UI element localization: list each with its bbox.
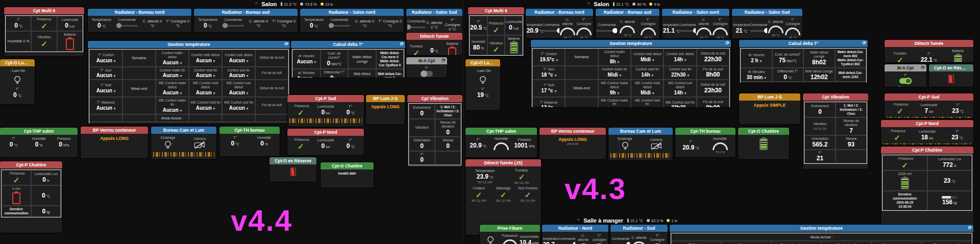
commande-slider[interactable] <box>597 28 617 34</box>
confort-matin-debut-dropdown[interactable]: Aucun▾ <box>163 60 182 65</box>
chevron-down-icon: ▾ <box>760 59 762 63</box>
gestion-temperature-body: T° ConfortAucun▾SemaineConfort matin deb… <box>89 49 289 124</box>
we-confort-matin-fin-dropdown[interactable]: Aucun▾ <box>163 107 182 113</box>
t-confort-dropdown[interactable]: 19.5°c▾ <box>540 57 558 62</box>
d-but-de-la-nuit-label: Début de la nuit <box>701 52 725 56</box>
cpt-o-en-reserve-header: Cpt-O en Réserve <box>270 157 316 164</box>
cpt-o-lumiere-bureau-header: Cpt-O Lumière bureau <box>0 59 35 66</box>
dt-heures-dropdown[interactable]: Aucun▾ <box>297 59 316 64</box>
collapse-caret-icon[interactable]: ^ <box>577 218 579 223</box>
we-confort-midi-debut-dropdown[interactable]: Aucun▾ <box>196 90 215 95</box>
matin-d-but-corrig-value: 8h02 <box>812 59 826 66</box>
t-absence-dropdown[interactable]: Aucun▾ <box>96 105 116 111</box>
door-open-icon <box>289 167 297 177</box>
battery-icon <box>901 178 909 189</box>
t-label: T° <box>425 66 429 70</box>
commande-slider[interactable] <box>407 24 425 30</box>
confort-midi-debut-dropdown[interactable]: Aucun▾ <box>196 58 215 63</box>
radiateur-bureau-nord-header: Radiateur - Bureau nord <box>526 9 593 16</box>
camera-off-icon[interactable] <box>651 142 662 150</box>
temp-rature-label: Température <box>733 23 750 27</box>
commande-slider[interactable] <box>116 22 138 29</box>
t-value: 20.5°C <box>470 25 487 31</box>
gauge-arc-icon <box>631 241 647 244</box>
confort-soir-debut-dropdown[interactable]: Aucun▾ <box>229 58 249 63</box>
cpt-o-chatiere-panel-left: Cpt-O ChatièreInvalid date <box>321 162 374 188</box>
chevron-down-icon: ▾ <box>687 74 689 77</box>
we-confort-soir-debut-dropdown[interactable]: Aucun▾ <box>229 90 249 95</box>
lightbulb-icon[interactable] <box>479 76 486 85</box>
panel-section: T° Confort19.5°c▾SemaineConfort matin de… <box>532 48 729 107</box>
t-nuit-dropdown[interactable]: 17 °c▾ <box>541 88 556 93</box>
t-nuit-dropdown[interactable]: Aucun▾ <box>96 88 116 93</box>
camera-off-icon[interactable] <box>194 141 205 149</box>
luminosit-lux-value: 0lx <box>42 177 49 183</box>
confort-soir-fin-dropdown[interactable]: 22h30▾ <box>671 72 689 78</box>
we-confort-matin-debut-dropdown[interactable]: Aucun▾ <box>163 90 182 95</box>
lightbulb-icon[interactable] <box>164 140 172 150</box>
t-toggle[interactable] <box>421 71 433 77</box>
commande-slider[interactable] <box>750 28 768 34</box>
refresh-icon[interactable]: ⟳ <box>442 58 446 63</box>
we-confort-midi-fin-dropdown[interactable]: 14h▾ <box>641 107 653 107</box>
we-confort-midi-fin-cell: WE Confort midi finAucun▾ <box>189 97 222 114</box>
commande-slider[interactable] <box>223 22 244 29</box>
confort-soir-debut-cell: Confort soir debutAucun▾ <box>222 50 255 67</box>
we-confort-matin-debut-dropdown[interactable]: 9h▾ <box>610 90 619 95</box>
t-confort-dropdown[interactable]: Aucun▾ <box>96 58 116 63</box>
refresh-icon[interactable]: ⟳ <box>921 65 925 70</box>
cpt-thp-salon-header: Cpt-THP salon <box>465 128 537 135</box>
lightbulb-icon[interactable] <box>622 141 629 151</box>
t-absence-dropdown[interactable]: 12 °c▾ <box>541 105 556 107</box>
pr-sence-cell: · Présence✓ <box>886 102 915 116</box>
cpt-o-lumiere-bureau-body: · Lum OnT°19°C <box>465 66 500 100</box>
dt-minutes-dropdown[interactable]: 30 min▾ <box>747 75 766 80</box>
we-confort-midi-fin-dropdown[interactable]: Aucun▾ <box>196 105 215 111</box>
label-cell <box>89 114 122 122</box>
humidit-label: Humidité <box>472 40 485 44</box>
confort-matin-fin-dropdown[interactable]: Aucun▾ <box>163 72 182 78</box>
refresh-icon[interactable]: ⟳ <box>725 40 729 45</box>
refresh-icon[interactable]: ⟳ <box>862 40 866 45</box>
luminosit-cell: Luminosité7lux <box>915 102 944 116</box>
dt-minutes-dropdown[interactable]: Aucun▾ <box>297 76 316 78</box>
cpt-thp-salon-panel-right: Cpt-THP salonT°20.9°CHumiditéPression100… <box>465 128 537 157</box>
refresh-icon[interactable]: ⟳ <box>284 41 288 46</box>
commande-slider[interactable] <box>611 241 630 244</box>
we-confort-midi-debut-dropdown[interactable]: Midi▾ <box>641 90 654 95</box>
t-value: 0°C <box>231 140 239 147</box>
temp-rature-cell: Température20.7°C <box>543 233 559 244</box>
collapse-caret-icon[interactable]: ^ <box>255 2 257 7</box>
confort-midi-fin-dropdown[interactable]: 14h▾ <box>641 72 653 78</box>
refresh-icon[interactable]: ⟳ <box>400 41 404 46</box>
label-cell <box>255 114 288 122</box>
cpt-p-chatiere-body: · Présence✓Luminosité Lux772lx3155 mV23°… <box>882 155 972 211</box>
t-jour-dropdown[interactable]: 18 °c▾ <box>541 72 556 78</box>
bulb-cell <box>467 74 499 86</box>
t-toggle[interactable] <box>899 78 912 84</box>
we-confort-soir-fin-dropdown[interactable]: 23h30▾ <box>671 105 689 107</box>
t-jour-dropdown[interactable]: Aucun▾ <box>96 72 116 78</box>
confort-soir-fin-dropdown[interactable]: Aucun▾ <box>229 72 249 78</box>
confort-soir-debut-dropdown[interactable]: 14h▾ <box>674 57 687 62</box>
bp-lum-j-g-panel-left: BP Lum J GAppuis LONG <box>366 95 405 125</box>
we-confort-soir-debut-dropdown[interactable]: 14h▾ <box>674 90 687 95</box>
lightbulb-icon[interactable] <box>487 236 494 244</box>
commande-slider[interactable] <box>543 28 559 34</box>
confort-matin-debut-dropdown[interactable]: 8h▾ <box>610 59 619 64</box>
pr-sence-cell: · Présence✓ <box>288 137 313 151</box>
cpt-p-sud-panel-right: Cpt-P Sud· Présence✓Luminosité7luxT°23°C <box>885 93 973 118</box>
commande-slider[interactable] <box>679 28 696 34</box>
refresh-icon[interactable]: ⟳ <box>968 225 972 230</box>
lightbulb-icon[interactable] <box>14 76 21 85</box>
confort-midi-debut-dropdown[interactable]: Midi▾ <box>641 57 654 62</box>
appuis-simple-button-label: Appuis SIMPLE <box>754 103 786 108</box>
commande-slider[interactable] <box>559 241 576 244</box>
we-confort-matin-fin-dropdown[interactable]: Midi▾ <box>608 107 622 107</box>
dt-heures-dropdown[interactable]: 2 h▾ <box>751 58 762 63</box>
collapse-caret-icon[interactable]: ^ <box>587 2 590 7</box>
commande-slider[interactable] <box>329 22 350 29</box>
confort-matin-fin-dropdown[interactable]: Midi▾ <box>608 72 622 78</box>
confort-midi-fin-dropdown[interactable]: Aucun▾ <box>196 72 215 78</box>
we-confort-soir-fin-dropdown[interactable]: Aucun▾ <box>229 105 249 111</box>
